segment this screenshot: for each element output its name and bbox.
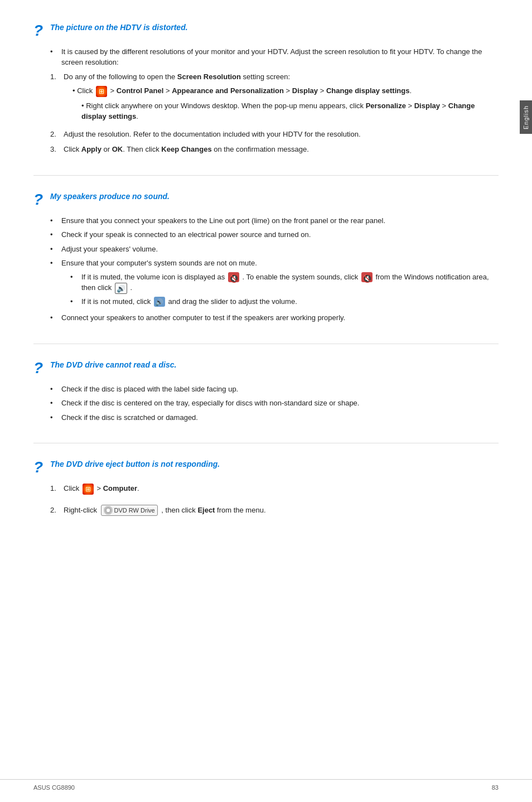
- bullet-item: • It is caused by the different resoluti…: [50, 46, 499, 68]
- num-label-3: 3.: [50, 144, 64, 155]
- page-container: English ? The picture on the HDTV is dis…: [0, 0, 532, 802]
- section-content-sound: • Ensure that you connect your speakers …: [33, 215, 499, 323]
- footer-left-label: ASUS CG8890: [33, 784, 75, 791]
- bullet-dot: •: [50, 215, 58, 226]
- section-dvd-eject: ? The DVD drive eject button is not resp…: [33, 459, 499, 516]
- section-title-dvd-read: The DVD drive cannot read a disc.: [50, 360, 176, 371]
- sub-bullet-dot: •: [70, 272, 78, 283]
- volume-muted-icon: [228, 272, 239, 282]
- footer-right-label: 83: [492, 784, 499, 791]
- bullet-dot: •: [50, 412, 58, 423]
- bullet-dot: •: [50, 229, 58, 240]
- click-text: Click: [64, 484, 81, 492]
- bullet-sound-5: • Connect your speakers to another compu…: [50, 312, 499, 323]
- section-title-sound: My speakers produce no sound.: [50, 191, 170, 202]
- bullet-text: Connect your speakers to another compute…: [61, 312, 499, 323]
- windows-start-icon-dvd: [83, 484, 94, 495]
- section-no-sound: ? My speakers produce no sound. • Ensure…: [33, 191, 499, 323]
- num-label-2: 2.: [50, 129, 64, 140]
- num-text-2: Adjust the resolution. Refer to the docu…: [64, 129, 499, 140]
- volume-unmuted-icon: 🔊: [115, 283, 127, 294]
- numbered-item-3: 3. Click Apply or OK. Then click Keep Ch…: [50, 144, 499, 155]
- bullet-dvd-1: • Check if the disc is placed with the l…: [50, 384, 499, 395]
- bullet-dvd-3: • Check if the disc is scratched or dama…: [50, 412, 499, 423]
- section-header-hdtv: ? The picture on the HDTV is distorted.: [33, 22, 499, 40]
- windows-start-icon: [96, 86, 107, 97]
- divider-3: [33, 443, 499, 443]
- num-text-3: Click Apply or OK. Then click Keep Chang…: [64, 144, 499, 155]
- bullet-dot: •: [50, 46, 58, 57]
- side-tab: English: [520, 100, 532, 134]
- sub-bullet-text-not-muted: If it is not muted, click and drag the s…: [81, 296, 297, 307]
- numbered-item-1: 1. Do any of the following to open the S…: [50, 71, 499, 124]
- bullet-dot: •: [50, 244, 58, 255]
- sub-bullet-not-muted: • If it is not muted, click and drag the…: [61, 296, 499, 307]
- bullet-text: Check if your speak is connected to an e…: [61, 229, 499, 240]
- click-label: • Click: [72, 86, 95, 95]
- section-title-dvd-eject: The DVD drive eject button is not respon…: [50, 459, 220, 470]
- num-label-dvd-2: 2.: [50, 505, 64, 516]
- bullet-text: Adjust your speakers' volume.: [61, 244, 499, 255]
- bullet-dot: •: [50, 398, 58, 409]
- section-content-hdtv: • It is caused by the different resoluti…: [33, 46, 499, 155]
- bullet-text: Check if the disc is centered on the tra…: [61, 398, 499, 409]
- sub-bullet-dot-2: •: [70, 296, 78, 307]
- bold-text: Screen Resolution: [177, 73, 241, 81]
- section-title-hdtv: The picture on the HDTV is distorted.: [50, 22, 188, 33]
- volume-muted-icon-2: [361, 272, 373, 282]
- section-header-sound: ? My speakers produce no sound.: [33, 191, 499, 209]
- question-mark-icon-2: ?: [33, 191, 43, 209]
- bullet-dot: •: [50, 258, 58, 269]
- bullet-sound-2: • Check if your speak is connected to an…: [50, 229, 499, 240]
- numbered-item-2: 2. Adjust the resolution. Refer to the d…: [50, 129, 499, 140]
- question-mark-icon-3: ?: [33, 360, 43, 377]
- bullet-sound-1: • Ensure that you connect your speakers …: [50, 215, 499, 226]
- bullet-text: It is caused by the different resolution…: [61, 46, 499, 68]
- bullet-dot: •: [50, 312, 58, 323]
- num-text: Do any of the following to open the Scre…: [64, 71, 499, 124]
- divider-1: [33, 175, 499, 176]
- section-hdtv-distorted: ? The picture on the HDTV is distorted. …: [33, 22, 499, 155]
- question-mark-icon-4: ?: [33, 459, 43, 476]
- bullet-text: Ensure that you connect your speakers to…: [61, 215, 499, 226]
- computer-text: > Computer.: [96, 484, 139, 492]
- bullet-sound-3: • Adjust your speakers' volume.: [50, 244, 499, 255]
- side-tab-label: English: [523, 105, 529, 129]
- volume-icon2: [154, 297, 165, 307]
- dvd-eject-step-2: 2. Right-click DVD RW Drive , then click…: [50, 505, 499, 516]
- bullet-text: Ensure that your computer's system sound…: [61, 258, 499, 309]
- bullet-text: Check if the disc is placed with the lab…: [61, 384, 499, 395]
- eject-text: , then click Eject from the menu.: [161, 506, 265, 514]
- divider-2: [33, 344, 499, 344]
- dvd-disc-icon: [104, 506, 113, 515]
- indent-block2: • Right click anywhere on your Windows d…: [64, 100, 499, 122]
- sub-bullet-muted: • If it is muted, the volume icon is dis…: [61, 272, 499, 294]
- section-content-dvd-read: • Check if the disc is placed with the l…: [33, 384, 499, 423]
- question-mark-icon: ?: [33, 22, 43, 40]
- indent-block: • Click > Control Panel > Appearance and…: [64, 85, 499, 97]
- bullet-sound-4: • Ensure that your computer's system sou…: [50, 258, 499, 309]
- num-label: 1.: [50, 71, 64, 83]
- bullet-dot: •: [50, 384, 58, 395]
- num-label-dvd-1: 1.: [50, 483, 64, 494]
- section-dvd-no-read: ? The DVD drive cannot read a disc. • Ch…: [33, 360, 499, 423]
- dvd-eject-step-1: 1. Click > Computer.: [50, 483, 499, 495]
- num-text-dvd-1: Click > Computer.: [64, 483, 499, 495]
- dvd-label: DVD RW Drive: [114, 506, 155, 515]
- bullet-text: Check if the disc is scratched or damage…: [61, 412, 499, 423]
- control-panel-path: > Control Panel > Appearance and Persona…: [110, 86, 412, 95]
- page-footer: ASUS CG8890 83: [0, 779, 532, 791]
- right-click-text: Right-click: [64, 506, 99, 514]
- num-text-dvd-2: Right-click DVD RW Drive , then click Ej…: [64, 505, 499, 516]
- section-content-dvd-eject: 1. Click > Computer. 2. Right-click DVD …: [33, 483, 499, 516]
- dvd-drive-icon: DVD RW Drive: [101, 505, 158, 516]
- section-header-dvd-eject: ? The DVD drive eject button is not resp…: [33, 459, 499, 476]
- bullet-dvd-2: • Check if the disc is centered on the t…: [50, 398, 499, 409]
- sub-bullet-text-muted: If it is muted, the volume icon is displ…: [81, 272, 499, 294]
- section-header-dvd-read: ? The DVD drive cannot read a disc.: [33, 360, 499, 377]
